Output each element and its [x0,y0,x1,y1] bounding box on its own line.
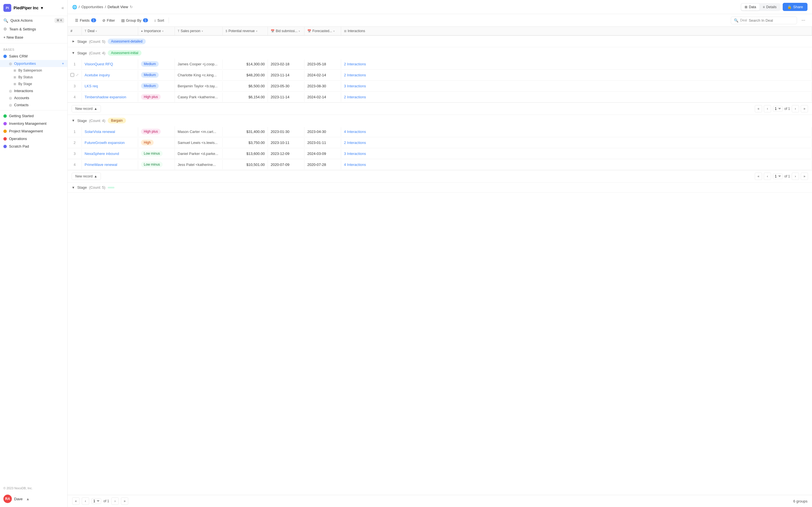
col-header-importance[interactable]: ● Importance ▾ [138,27,175,35]
page-prev-btn-b[interactable]: ‹ [764,173,771,180]
interactions-b-link-3[interactable]: 3 Interactions [344,152,366,156]
filter-button[interactable]: ⊘ Filter [100,17,118,24]
bottom-prev-btn[interactable]: ‹ [82,497,89,505]
deal-b-link-3[interactable]: NexaSphere inbound [85,152,119,156]
cell-b-interactions-2[interactable]: 2 Interactions [341,138,812,147]
fields-button[interactable]: ☰ Fields 1 [72,17,99,24]
cell-interactions-4[interactable]: 2 Interactions [341,93,812,102]
sidebar-item-accounts[interactable]: ◎ Accounts [0,94,67,101]
more-options-button[interactable]: ··· [799,16,808,24]
fields-count-badge: 1 [91,18,96,22]
page-first-btn-b[interactable]: « [755,173,762,180]
sidebar-item-interactions[interactable]: ◎ Interactions [0,87,67,94]
share-button[interactable]: 🔒 Share [783,3,808,11]
cell-b-num-4: 4 [68,160,82,169]
col-header-deal[interactable]: T Deal ▾ [82,27,138,35]
tab-data[interactable]: ⊞ Data [741,4,759,10]
stage-header-assessment-detailed[interactable]: ▼ Stage (Count: 5) Assessment-detailed [68,36,812,47]
interactions-link-4[interactable]: 2 Interactions [344,95,366,99]
stage-header-4[interactable]: ▼ Stage (Count: 5) [68,182,812,192]
page-prev-btn-ai[interactable]: ‹ [764,105,771,112]
add-opportunities-btn[interactable]: + [62,61,64,66]
sidebar-item-by-stage[interactable]: ⊞ By Stage [0,80,67,87]
sidebar-base-operations[interactable]: Operations [0,135,67,143]
refresh-icon[interactable]: ↻ [130,5,133,9]
sidebar-base-getting-started[interactable]: Getting Started [0,112,67,120]
cell-b-deal-4[interactable]: PrimeWave renewal [82,160,138,169]
interactions-link-3[interactable]: 3 Interactions [344,84,366,88]
sidebar-item-quick-actions[interactable]: 🔍 Quick Actions ⌘ K [0,16,67,25]
sidebar-base-inventory[interactable]: Inventory Management [0,120,67,127]
deal-link-1[interactable]: VisionQuest RFQ [85,62,113,66]
stage-label-4: Stage [77,185,87,189]
cell-deal-1[interactable]: VisionQuest RFQ [82,59,138,69]
bottom-first-btn[interactable]: « [72,497,80,505]
page-select-ai[interactable]: 1 [773,106,783,112]
page-last-btn-ai[interactable]: » [801,105,808,112]
by-stage-label: By Stage [18,82,32,86]
sidebar-base-project[interactable]: Project Management [0,127,67,135]
cell-b-interactions-1[interactable]: 4 Interactions [341,127,812,136]
new-record-btn-bargain[interactable]: New record ▲ [71,173,101,180]
page-of-label-b: of 1 [784,174,790,178]
interactions-link-1[interactable]: 2 Interactions [344,62,366,66]
page-first-btn-ai[interactable]: « [755,105,762,112]
interactions-b-link-1[interactable]: 4 Interactions [344,129,366,134]
col-header-bid[interactable]: 📅 Bid submissi... ▾ [268,27,305,35]
cell-interactions-2[interactable]: 2 Interactions [341,70,812,80]
sidebar-item-by-status[interactable]: ⊞ By Status [0,74,67,80]
deal-link-4[interactable]: Timbershadow expansion [85,95,126,99]
page-next-btn-b[interactable]: › [792,173,799,180]
cell-deal-4[interactable]: Timbershadow expansion [82,93,138,102]
breadcrumb-opportunities[interactable]: Opportunities [82,5,103,9]
cell-deal-3[interactable]: LKS req [82,81,138,91]
group-by-button[interactable]: ▤ Group By 1 [118,17,151,24]
cell-interactions-3[interactable]: 3 Interactions [341,81,812,91]
cell-b-interactions-3[interactable]: 3 Interactions [341,149,812,158]
expand-icon-2[interactable]: ⤢ [76,73,79,77]
col-header-interactions[interactable]: ⊞ Interactions [341,27,812,35]
sidebar-item-team-settings[interactable]: ⚙ Team & Settings [0,25,67,33]
sidebar-collapse-btn[interactable]: « [61,5,64,10]
cell-b-deal-1[interactable]: SolarVista renewal [82,127,138,136]
sidebar-user-profile[interactable]: RA Dave ▲ [0,493,67,507]
row-checkbox-2[interactable] [70,73,74,77]
cell-b-deal-2[interactable]: FutureGrowth expansion [82,138,138,147]
deal-link-3[interactable]: LKS req [85,84,98,88]
cell-deal-2[interactable]: Acetube inquiry [82,70,138,80]
cell-b-deal-3[interactable]: NexaSphere inbound [82,149,138,158]
col-header-revenue[interactable]: $ Potential revenue ▾ [223,27,268,35]
page-last-btn-b[interactable]: » [801,173,808,180]
col-header-sales[interactable]: T Sales person ▾ [175,27,223,35]
sidebar-item-contacts[interactable]: ◎ Contacts [0,101,67,108]
deal-b-link-1[interactable]: SolarVista renewal [85,129,115,134]
page-select-b[interactable]: 1 [773,173,783,179]
sidebar-base-sales-crm[interactable]: Sales CRM [0,52,67,60]
bottom-next-btn[interactable]: › [111,497,119,505]
search-input[interactable] [749,18,794,22]
col-header-forecast[interactable]: 📅 Forecasted... ▾ [305,27,341,35]
deal-link-2[interactable]: Acetube inquiry [85,73,110,77]
stage-header-bargain[interactable]: ▼ Stage (Count: 4) Bargain [68,115,812,126]
sidebar-base-scratch-pad[interactable]: Scratch Pad [0,143,67,150]
column-header-row: # T Deal ▾ ● Importance ▾ T Sales person… [68,27,812,36]
cell-interactions-1[interactable]: 2 Interactions [341,59,812,69]
sidebar-item-opportunities[interactable]: ◎ Opportunities + [0,60,67,67]
sidebar-item-by-salesperson[interactable]: ⊞ By Salesperson [0,67,67,74]
bottom-page-select[interactable]: 1 [91,498,101,504]
deal-b-link-2[interactable]: FutureGrowth expansion [85,140,124,145]
bottom-last-btn[interactable]: » [121,497,128,505]
deal-b-link-4[interactable]: PrimeWave renewal [85,163,117,167]
new-record-btn-assessment-initial[interactable]: New record ▲ [71,105,101,112]
interactions-link-2[interactable]: 2 Interactions [344,73,366,77]
stage-header-assessment-initial[interactable]: ▼ Stage (Count: 4) Assessment-initial [68,47,812,59]
interactions-b-link-4[interactable]: 4 Interactions [344,163,366,167]
app-logo[interactable]: PI PiedPiper Inc ▾ [3,4,43,12]
tab-details[interactable]: ≡ Details [760,4,780,10]
sort-button[interactable]: ↕ Sort [151,17,167,24]
sidebar-item-new-base[interactable]: + New Base [0,33,67,41]
page-next-btn-ai[interactable]: › [792,105,799,112]
interactions-b-link-2[interactable]: 2 Interactions [344,140,366,145]
app-chevron[interactable]: ▾ [41,6,43,10]
cell-b-interactions-4[interactable]: 4 Interactions [341,160,812,169]
